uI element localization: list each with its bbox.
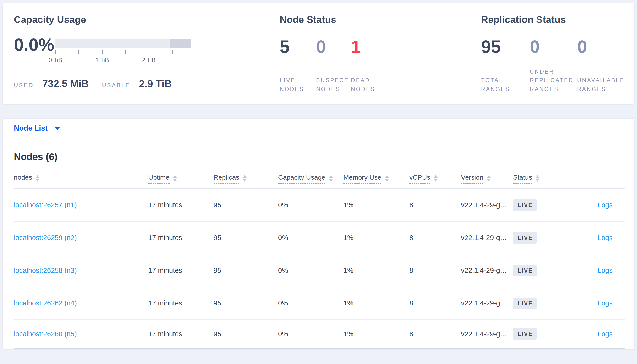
replicas-cell: 95	[213, 330, 278, 338]
total-ranges-count: 95	[481, 38, 530, 56]
column-header-status[interactable]: Status	[513, 174, 561, 184]
capacity-usage-cell: 0%	[278, 299, 343, 307]
logs-link[interactable]: Logs	[597, 266, 613, 274]
sort-icon[interactable]	[385, 175, 389, 182]
under-replicated-ranges-count: 0	[530, 38, 577, 56]
status-badge: LIVE	[513, 232, 537, 244]
sort-icon[interactable]	[536, 175, 539, 182]
sort-icon[interactable]	[487, 175, 491, 182]
node-list-dropdown[interactable]: Node List	[14, 124, 48, 132]
cluster-summary-card: Capacity Usage 0.0% 0 TiB1 TiB2 TiB USED…	[3, 3, 634, 104]
status-cell: LIVE	[513, 298, 561, 309]
sort-icon[interactable]	[243, 175, 246, 182]
node-status-stats: 5 LIVE NODES 0 SUSPECT NODES	[280, 38, 481, 94]
version-cell: v22.1.4-29-g…	[461, 299, 513, 307]
replicas-cell: 95	[213, 234, 278, 242]
node-link[interactable]: localhost:26262 (n4)	[14, 299, 77, 307]
axis-tick-label: 2 TiB	[142, 56, 156, 64]
capacity-bar	[56, 39, 191, 48]
memory-use-cell: 1%	[343, 234, 409, 242]
dead-nodes-label: DEAD NODES	[351, 76, 375, 94]
capacity-usage-cell: 0%	[278, 234, 343, 242]
capacity-usage-cell: 0%	[278, 201, 343, 209]
version-cell: v22.1.4-29-g…	[461, 266, 513, 274]
live-nodes-count: 5	[280, 38, 316, 56]
node-link[interactable]: localhost:26258 (n3)	[14, 266, 77, 274]
sort-icon[interactable]	[36, 175, 40, 182]
node-link[interactable]: localhost:26260 (n5)	[14, 330, 77, 338]
sort-icon[interactable]	[329, 175, 333, 182]
column-header-memory-use[interactable]: Memory Use	[343, 174, 409, 184]
column-header-nodes[interactable]: nodes	[14, 174, 148, 184]
status-cell: LIVE	[513, 232, 561, 244]
table-row: localhost:26260 (n5) 17 minutes 95 0% 1%…	[14, 320, 624, 348]
usable-value: 2.9 TiB	[139, 78, 172, 90]
capacity-bar-area: 0 TiB1 TiB2 TiB	[56, 39, 191, 65]
capacity-percent-value: 0.0%	[14, 36, 50, 54]
uptime-cell: 17 minutes	[148, 266, 213, 274]
version-cell: v22.1.4-29-g…	[461, 234, 513, 242]
dead-nodes-count: 1	[351, 38, 375, 56]
node-cell: localhost:26257 (n1)	[14, 201, 148, 209]
vcpus-cell: 8	[409, 299, 461, 307]
suspect-nodes-count: 0	[316, 38, 351, 56]
replication-status-panel: Replication Status 95 TOTAL RANGES 0 UND…	[481, 14, 624, 104]
memory-use-cell: 1%	[343, 330, 409, 338]
under-replicated-ranges-stat: 0 UNDER- REPLICATED RANGES	[530, 38, 577, 94]
column-header-replicas[interactable]: Replicas	[213, 174, 278, 184]
node-cell: localhost:26259 (n2)	[14, 234, 148, 242]
used-value: 732.5 MiB	[42, 78, 89, 90]
replication-status-title: Replication Status	[481, 14, 624, 25]
total-ranges-label: TOTAL RANGES	[481, 76, 530, 94]
logs-link[interactable]: Logs	[597, 234, 613, 242]
node-status-title: Node Status	[280, 14, 481, 25]
logs-cell: Logs	[561, 201, 624, 209]
node-link[interactable]: localhost:26257 (n1)	[14, 201, 77, 209]
column-header-uptime[interactable]: Uptime	[148, 174, 213, 184]
logs-cell: Logs	[561, 266, 624, 274]
node-cell: localhost:26262 (n4)	[14, 299, 148, 307]
vcpus-cell: 8	[409, 266, 461, 274]
column-header-capacity-usage[interactable]: Capacity Usage	[278, 174, 343, 184]
logs-link[interactable]: Logs	[597, 330, 613, 338]
axis-tick	[125, 50, 126, 54]
memory-use-cell: 1%	[343, 299, 409, 307]
logs-link[interactable]: Logs	[597, 299, 613, 307]
nodes-table-header: nodes Uptime Replicas Capacity Usage Mem…	[14, 174, 624, 189]
live-nodes-label: LIVE NODES	[280, 76, 316, 94]
usable-label: USABLE	[102, 82, 130, 88]
logs-link[interactable]: Logs	[597, 201, 613, 209]
sort-icon[interactable]	[173, 175, 177, 182]
column-header-vcpus[interactable]: vCPUs	[409, 174, 461, 184]
replicas-cell: 95	[213, 299, 278, 307]
dead-nodes-stat: 1 DEAD NODES	[351, 38, 375, 94]
uptime-cell: 17 minutes	[148, 330, 213, 338]
axis-tick	[102, 50, 103, 54]
chevron-down-icon[interactable]	[55, 127, 60, 130]
under-replicated-ranges-label: UNDER- REPLICATED RANGES	[530, 67, 577, 94]
sort-icon[interactable]	[434, 175, 438, 182]
status-badge: LIVE	[513, 265, 537, 276]
logs-cell: Logs	[561, 299, 624, 307]
capacity-bar-segment-light	[56, 39, 170, 48]
view-selector-bar: Node List	[3, 118, 634, 138]
unavailable-ranges-label: UNAVAILABLE RANGES	[577, 76, 624, 94]
capacity-usage-cell: 0%	[278, 330, 343, 338]
status-badge: LIVE	[513, 298, 537, 309]
status-badge: LIVE	[513, 328, 537, 340]
capacity-meter: 0.0% 0 TiB1 TiB2 TiB	[14, 39, 191, 65]
node-link[interactable]: localhost:26259 (n2)	[14, 234, 77, 242]
axis-tick	[78, 50, 79, 54]
capacity-bar-segment-dark	[170, 39, 191, 48]
status-cell: LIVE	[513, 265, 561, 276]
used-label: USED	[14, 82, 34, 88]
cluster-overview-page: Capacity Usage 0.0% 0 TiB1 TiB2 TiB USED…	[0, 3, 637, 364]
uptime-cell: 17 minutes	[148, 201, 213, 209]
axis-tick	[149, 50, 149, 54]
axis-tick	[55, 50, 56, 54]
vcpus-cell: 8	[409, 201, 461, 209]
capacity-usage-cell: 0%	[278, 266, 343, 274]
node-cell: localhost:26260 (n5)	[14, 330, 148, 338]
column-header-version[interactable]: Version	[461, 174, 513, 184]
nodes-table-card: Nodes (6) nodes Uptime Replicas Capacity…	[3, 138, 634, 350]
